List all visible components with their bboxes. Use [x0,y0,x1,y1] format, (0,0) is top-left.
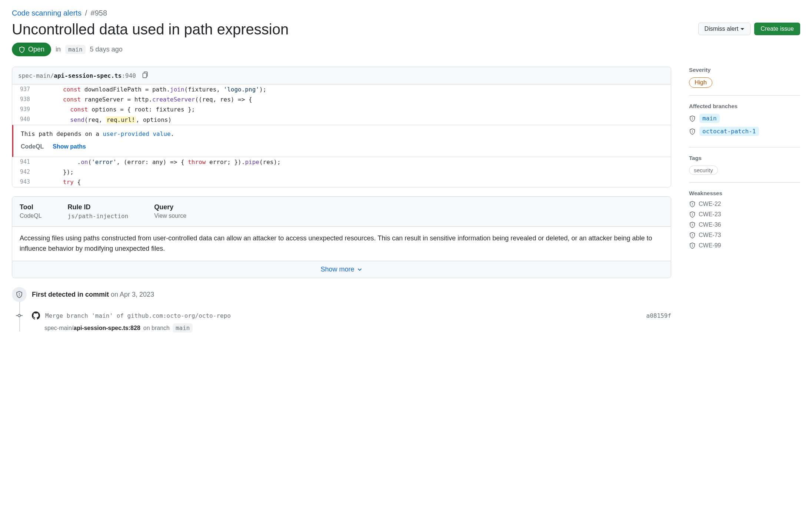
timeline-badge [12,287,27,302]
token: ); [259,86,266,93]
tool-value: CodeQL [20,213,42,219]
rule-info-box: Tool CodeQL Rule ID js/path-injection Qu… [12,196,671,278]
line-number: 939 [12,104,34,114]
weakness-link[interactable]: CWE-36 [699,221,721,228]
show-more-label: Show more [320,266,354,273]
token-keyword: try [63,179,74,186]
breadcrumb-sep: / [85,9,87,17]
code-line: 938 const rangeServer = http.createServe… [12,94,671,104]
timeline: First detected in commit on Apr 3, 2023 … [12,287,671,333]
copy-icon [141,71,148,78]
chevron-down-icon [741,28,744,30]
rule-id-heading: Rule ID [68,203,129,211]
status-in: in [56,46,61,53]
commit-message[interactable]: Merge branch 'main' of github.com:octo-o… [45,312,641,319]
token: , (error: any) => { [117,159,188,166]
status-branch[interactable]: main [65,45,86,54]
weakness-link[interactable]: CWE-22 [699,201,721,207]
code-line: 943 try { [12,177,671,187]
token: ((req, res) => { [195,96,252,103]
code-line: 942 }); [12,167,671,177]
token: }); [63,169,74,176]
shield-alert-icon [16,291,23,298]
tag-pill[interactable]: security [689,166,718,175]
code-line: 939 const options = { root: fixtures }; [12,104,671,114]
tags-heading: Tags [689,155,800,161]
line-number: 942 [12,167,34,177]
query-heading: Query [154,203,186,211]
code-file-header: spec-main/api-session-spec.ts:940 [12,67,671,84]
shield-alert-icon [689,211,696,218]
git-commit-icon [16,312,23,319]
shield-alert-icon [689,115,696,122]
token-fn: createServer [152,96,195,103]
shield-alert-icon [689,242,696,249]
token-fn: send [70,116,84,123]
create-issue-button[interactable]: Create issue [754,23,800,35]
token-keyword: const [63,96,81,103]
line-number: 937 [12,84,34,94]
sub-branch[interactable]: main [173,323,193,333]
token: , options) [136,116,172,123]
breadcrumb-parent-link[interactable]: Code scanning alerts [12,9,81,17]
branches-heading: Affected branches [689,103,800,109]
show-more-button[interactable]: Show more [320,266,362,273]
sub-on-label: on branch [143,325,170,331]
status-ago: 5 days ago [90,46,123,53]
branch-link[interactable]: main [699,114,720,123]
token: (fixtures, [184,86,224,93]
view-source-link[interactable]: View source [154,213,186,219]
token-string: 'logo.png' [224,86,259,93]
sidebar-severity: Severity High [689,67,800,96]
code-line: 937 const downloadFilePath = path.join(f… [12,84,671,94]
note-link[interactable]: user-provided value [103,130,171,137]
line-number: 938 [12,94,34,104]
highlight: req.url! [106,116,136,123]
code-line: 940 send(req, req.url!, options) [12,115,671,125]
line-number: 940 [12,115,34,125]
token: rangeServer = http. [81,96,152,103]
show-paths-link[interactable]: Show paths [53,143,86,150]
token: error; }). [206,159,245,166]
weakness-link[interactable]: CWE-23 [699,211,721,218]
create-issue-label: Create issue [761,26,794,32]
status-text: Open [28,46,44,53]
code-line: 941 .on('error', (error: any) => { throw… [12,157,671,167]
token-fn: join [170,86,184,93]
note-text: This path depends on a [21,130,103,137]
token-string: 'error' [91,159,116,166]
dismiss-alert-label: Dismiss alert [705,26,739,32]
line-number: 941 [12,157,34,167]
commit-sha[interactable]: a08159f [646,312,671,319]
weakness-link[interactable]: CWE-99 [699,242,721,249]
breadcrumb-id: #958 [91,9,107,17]
token-fn: on [81,159,88,166]
shield-alert-icon [689,221,696,228]
line-number: 943 [12,177,34,187]
tool-label: CodeQL [21,143,44,150]
severity-badge: High [689,77,712,88]
dismiss-alert-button[interactable]: Dismiss alert [698,23,751,35]
code-snippet-box: spec-main/api-session-spec.ts:940 937 co… [12,67,671,187]
token: (req, [84,116,106,123]
page-title: Uncontrolled data used in path expressio… [12,20,289,38]
file-name: api-session-spec.ts [54,72,122,79]
token: ( [88,159,92,166]
sidebar-weaknesses: Weaknesses CWE-22 CWE-23 CWE-36 CWE-73 C… [689,190,800,260]
avatar [32,311,40,320]
token: { [74,179,81,186]
token-keyword: throw [188,159,206,166]
shield-icon [19,46,25,53]
status-badge: Open [12,43,51,56]
sidebar-tags: Tags security [689,155,800,183]
weaknesses-heading: Weaknesses [689,190,800,196]
breadcrumb: Code scanning alerts / #958 [12,9,800,17]
shield-alert-icon [689,232,696,239]
weakness-link[interactable]: CWE-73 [699,232,721,239]
chevron-down-icon [357,267,363,273]
copy-path-button[interactable] [141,71,148,80]
inline-annotation: This path depends on a user-provided val… [12,125,671,157]
tool-heading: Tool [20,203,42,211]
branch-link[interactable]: octocat-patch-1 [699,127,759,136]
rule-description: Accessing files using paths constructed … [12,227,671,261]
